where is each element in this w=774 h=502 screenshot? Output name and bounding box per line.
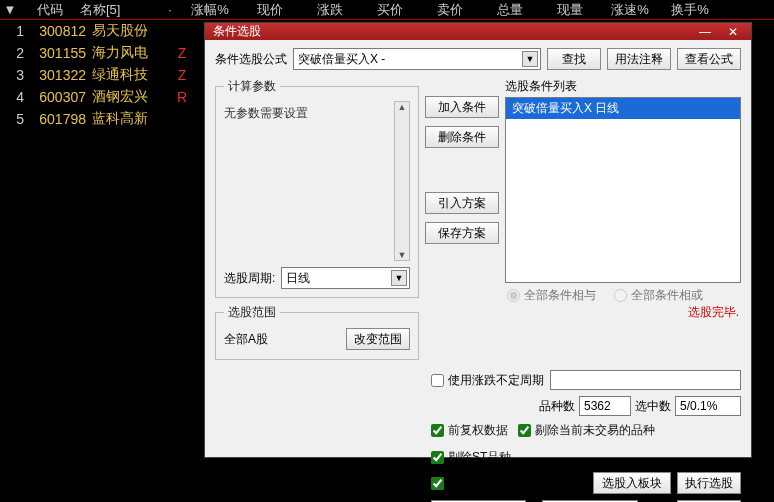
- radio-and-input[interactable]: [507, 289, 520, 302]
- formula-label: 条件选股公式: [215, 51, 287, 68]
- header-cur[interactable]: 现量: [540, 1, 600, 19]
- close-button[interactable]: ✕: [719, 24, 747, 40]
- row-code: 600307: [30, 89, 92, 105]
- count-kind-value[interactable]: [579, 396, 631, 416]
- view-formula-button[interactable]: 查看公式: [677, 48, 741, 70]
- row-code: 300812: [30, 23, 92, 39]
- row-name: 酒钢宏兴: [92, 88, 172, 106]
- scope-text: 全部A股: [224, 331, 268, 348]
- condition-list-label: 选股条件列表: [505, 78, 741, 95]
- header-name[interactable]: 名称[5]: [80, 1, 160, 19]
- header-price[interactable]: 现价: [240, 1, 300, 19]
- count-sel-value[interactable]: [675, 396, 741, 416]
- chk-time[interactable]: 时间段内满足条件: [431, 475, 544, 492]
- condition-list-item[interactable]: 突破倍量买入X 日线: [506, 98, 740, 119]
- condition-list[interactable]: 突破倍量买入X 日线: [505, 97, 741, 283]
- period-value: 日线: [286, 270, 310, 287]
- run-button[interactable]: 执行选股: [677, 472, 741, 494]
- header-dot: ·: [160, 2, 180, 17]
- condition-stock-dialog: 条件选股 — ✕ 条件选股公式 突破倍量买入X - ▼ 查找 用法注释 查看公式…: [204, 22, 752, 458]
- formula-value: 突破倍量买入X -: [298, 51, 385, 68]
- header-bid[interactable]: 买价: [360, 1, 420, 19]
- header-ask[interactable]: 卖价: [420, 1, 480, 19]
- row-index: 3: [0, 67, 30, 83]
- row-code: 301155: [30, 45, 92, 61]
- import-scheme-button[interactable]: 引入方案: [425, 192, 499, 214]
- row-index: 5: [0, 111, 30, 127]
- chk-notrade[interactable]: 剔除当前未交易的品种: [518, 422, 655, 439]
- find-button[interactable]: 查找: [547, 48, 601, 70]
- add-condition-button[interactable]: 加入条件: [425, 96, 499, 118]
- row-code: 301322: [30, 67, 92, 83]
- save-scheme-button[interactable]: 保存方案: [425, 222, 499, 244]
- use-pct-label: 使用涨跌不定周期: [448, 372, 544, 389]
- minimize-button[interactable]: —: [691, 24, 719, 40]
- chk-time-input[interactable]: [431, 477, 444, 490]
- formula-select[interactable]: 突破倍量买入X - ▼: [293, 48, 541, 70]
- period-label: 选股周期:: [224, 270, 275, 287]
- header-pct[interactable]: 涨幅%: [180, 1, 240, 19]
- use-pct-checkbox[interactable]: 使用涨跌不定周期: [431, 372, 544, 389]
- header-spd[interactable]: 涨速%: [600, 1, 660, 19]
- status-done: 选股完毕.: [505, 304, 741, 321]
- row-index: 1: [0, 23, 30, 39]
- chk-notrade-input[interactable]: [518, 424, 531, 437]
- scope-group: 选股范围 全部A股 改变范围: [215, 304, 419, 360]
- calc-params-group: 计算参数 无参数需要设置 ▲▼ 选股周期: 日线 ▼: [215, 78, 419, 298]
- chevron-down-icon[interactable]: ▼: [391, 270, 407, 286]
- radio-or[interactable]: 全部条件相或: [614, 287, 703, 304]
- row-flag: Z: [172, 45, 192, 61]
- row-name: 海力风电: [92, 44, 172, 62]
- calc-params-text: 无参数需要设置: [224, 101, 394, 261]
- usage-button[interactable]: 用法注释: [607, 48, 671, 70]
- chk-fq-input[interactable]: [431, 424, 444, 437]
- radio-and[interactable]: 全部条件相与: [507, 287, 596, 304]
- chevron-down-icon[interactable]: ▼: [522, 51, 538, 67]
- row-index: 2: [0, 45, 30, 61]
- count-kind-label: 品种数: [539, 398, 575, 415]
- period-select[interactable]: 日线 ▼: [281, 267, 410, 289]
- scrollbar[interactable]: ▲▼: [394, 101, 410, 261]
- chk-st-input[interactable]: [431, 451, 444, 464]
- stock-table-header: ▼ 代码 名称[5] · 涨幅% 现价 涨跌 买价 卖价 总量 现量 涨速% 换…: [0, 0, 774, 20]
- header-chg[interactable]: 涨跌: [300, 1, 360, 19]
- count-sel-label: 选中数: [635, 398, 671, 415]
- chk-st[interactable]: 剔除ST品种: [431, 449, 511, 466]
- row-flag: R: [172, 89, 192, 105]
- change-scope-button[interactable]: 改变范围: [346, 328, 410, 350]
- row-flag: Z: [172, 67, 192, 83]
- scope-legend: 选股范围: [224, 304, 280, 321]
- header-sort-icon[interactable]: ▼: [0, 2, 20, 17]
- dialog-title: 条件选股: [213, 23, 691, 40]
- dialog-titlebar[interactable]: 条件选股 — ✕: [205, 23, 751, 40]
- row-index: 4: [0, 89, 30, 105]
- calc-params-legend: 计算参数: [224, 78, 280, 95]
- header-code[interactable]: 代码: [20, 1, 80, 19]
- row-code: 601798: [30, 111, 92, 127]
- radio-or-input[interactable]: [614, 289, 627, 302]
- use-pct-checkbox-input[interactable]: [431, 374, 444, 387]
- header-to[interactable]: 换手%: [660, 1, 720, 19]
- header-vol[interactable]: 总量: [480, 1, 540, 19]
- row-name: 绿通科技: [92, 66, 172, 84]
- chk-fq[interactable]: 前复权数据: [431, 422, 508, 439]
- delete-condition-button[interactable]: 删除条件: [425, 126, 499, 148]
- to-block-button[interactable]: 选股入板块: [593, 472, 671, 494]
- row-name: 易天股份: [92, 22, 172, 40]
- row-name: 蓝科高新: [92, 110, 172, 128]
- use-pct-input[interactable]: [550, 370, 741, 390]
